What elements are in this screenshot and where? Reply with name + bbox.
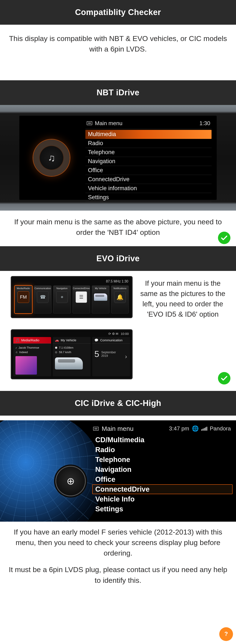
evo-screenshot-id6: ⟳ ⚙ ✉ 10:00 🎵Media/Radio ♪Jacob Thommse … (11, 330, 132, 378)
cic-clock: 3:47 pm (169, 425, 189, 432)
evo2-col3-title: Communication (100, 338, 123, 342)
section-header-evo: EVO iDrive (0, 246, 236, 271)
artist-icon: ♪ (15, 346, 17, 349)
nbt-menu-item: Settings (85, 193, 212, 202)
cic-provider: Pandora (210, 425, 231, 432)
cic-menu-item: Telephone (92, 455, 233, 464)
cic-caption-2: It must be a 6pin LVDS plug, please cont… (0, 560, 236, 594)
evo-screenshot-id5: 87.5 MHz 1:30 Media/RadioFMCommunication… (11, 277, 132, 317)
nbt-menu-item: ConnectedDrive (85, 175, 212, 184)
globe-icon: 🌐 (192, 425, 199, 432)
fuel-icon: ⬢ (55, 346, 57, 349)
cic-menu-item: CD/Multimedia (92, 435, 233, 445)
check-icon (218, 372, 231, 384)
evo-tile: My Vehicle (92, 286, 109, 314)
track-icon: ♫ (15, 350, 17, 354)
help-button[interactable]: ? (219, 627, 233, 641)
cic-menu-item: Navigation (92, 464, 233, 474)
nbt-clock: 1:30 (199, 120, 210, 127)
menu-icon (87, 121, 92, 125)
speed-icon: ⊙ (55, 350, 57, 354)
evo2-col2-title: My Vehicle (61, 338, 76, 342)
cic-menu-item: Office (92, 474, 233, 484)
cic-menu-item: Vehicle Info (92, 494, 233, 504)
cic-screenshot: ⊕ Main menu 3:47 pm 🌐 Pandora CD/Multime… (0, 420, 236, 522)
evo2-date-month: September (101, 350, 116, 354)
tile-icon: 🔔 (114, 291, 126, 303)
nbt-menu-item: Telephone (85, 148, 212, 157)
nbt-screenshot: ♫ Main menu 1:30 Multimedia Radio Teleph… (0, 105, 236, 210)
evo-tile-label: Communication (34, 287, 51, 290)
tile-icon: ⌖ (56, 291, 68, 303)
cic-dial-icon: ⊕ (56, 467, 85, 496)
cic-caption-1: If you have an early model F series vehi… (0, 522, 236, 561)
nbt-menu-title: Main menu (95, 120, 123, 127)
signal-icon (201, 427, 207, 430)
evo-caption: If your main menu is the same as the pic… (138, 277, 230, 319)
evo-tile: Communication☎ (34, 286, 51, 314)
evo2-fuel: 7.1 l/100km (59, 346, 73, 349)
nbt-dial-icon: ♫ (33, 140, 70, 176)
check-icon (218, 232, 231, 244)
evo2-date-year: 2019 (101, 354, 108, 358)
cic-menu-item: Settings (92, 504, 233, 514)
evo2-clock: 10:00 (121, 332, 129, 336)
cic-menu-list: CD/MultimediaRadioTelephoneNavigationOff… (92, 435, 233, 514)
evo-tile-label: Notifications (113, 287, 126, 290)
nbt-menu-item: Multimedia (85, 130, 212, 139)
vehicle-icon (55, 358, 83, 370)
evo2-speed: 59.7 km/h (59, 350, 71, 354)
svg-text:?: ? (225, 631, 228, 637)
tile-icon: ☰ (75, 291, 87, 303)
nbt-menu-list: Multimedia Radio Telephone Navigation Of… (85, 130, 212, 202)
nbt-menu-item: Navigation (85, 157, 212, 166)
evo2-date-day: 5 (94, 349, 99, 359)
evo-tile: Media/RadioFM (14, 286, 32, 314)
cic-menu-title: Main menu (102, 425, 133, 432)
evo-status: 87.5 MHz 1:30 (13, 279, 130, 284)
evo-tile: Navigation⌖ (53, 286, 71, 314)
cic-menu-item: Radio (92, 445, 233, 455)
nbt-menu-item: Radio (85, 139, 212, 148)
section-header-nbt: NBT iDrive (0, 80, 236, 105)
intro-text: This display is compatible with NBT & EV… (0, 25, 236, 80)
tile-icon: FM (17, 291, 29, 303)
evo-tile-label: Navigation (56, 287, 68, 290)
nbt-caption: If your main menu is the same as the abo… (0, 210, 236, 246)
evo2-status-icons: ⟳ ⚙ ✉ (108, 332, 118, 336)
tile-icon: ☎ (37, 291, 48, 303)
evo-tile-label: ConnectedDrive (73, 287, 90, 290)
evo-tile: Notifications🔔 (111, 286, 129, 314)
cic-menu-item: ConnectedDrive (92, 484, 233, 494)
evo2-track: Indeed (19, 350, 28, 354)
nbt-menu-item: Vehicle information (85, 184, 212, 193)
nbt-menu-item: Office (85, 166, 212, 175)
section-header-cic: CIC iDrive & CIC-High (0, 391, 236, 416)
evo2-artist: Jacob Thommse (19, 346, 39, 349)
car-icon (94, 294, 107, 301)
album-art (15, 356, 37, 374)
menu-icon (93, 427, 99, 430)
chevron-right-icon: › (125, 353, 127, 360)
evo-tile-label: My Vehicle (95, 287, 106, 290)
evo-tile: ConnectedDrive☰ (72, 286, 90, 314)
evo-tile-label: Media/Radio (17, 287, 30, 290)
page-title: Compatiblity Checker (0, 0, 236, 25)
evo2-col1-title: Media/Radio (21, 338, 39, 342)
